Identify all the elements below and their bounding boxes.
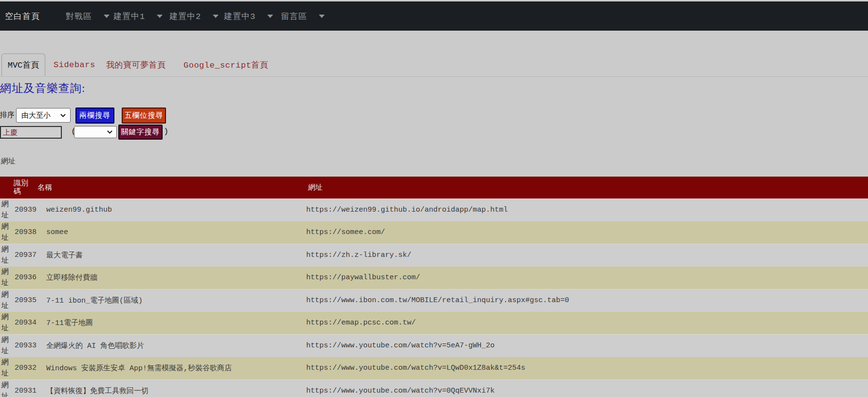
- nav-item-label: 留言區: [281, 11, 307, 22]
- row-url: https://weizen99.github.io/androidapp/ma…: [306, 199, 868, 221]
- table-row: 網址 20932 Windows 安裝原生安卓 App!無需模擬器,秒裝谷歌商店…: [0, 357, 868, 380]
- row-url-link[interactable]: 網址: [1, 312, 10, 334]
- row-id: 20933: [13, 335, 44, 357]
- row-url: https://zh.z-library.sk/: [306, 244, 868, 267]
- two-column-search-button[interactable]: 兩欄搜尋: [75, 108, 114, 124]
- nav-item-message-board[interactable]: 留言區: [281, 1, 325, 31]
- nav-item-label: 建置中3: [224, 11, 256, 22]
- row-link-cell: 網址: [0, 357, 13, 380]
- row-url-link[interactable]: 網址: [1, 335, 10, 357]
- row-url: https://www.youtube.com/watch?v=0QqEVVNx…: [306, 380, 868, 397]
- row-link-cell: 網址: [0, 244, 13, 267]
- tab-mvc-home[interactable]: MVC首頁: [1, 54, 45, 76]
- header-url: 網址: [306, 177, 868, 198]
- row-url-link[interactable]: 網址: [1, 289, 10, 312]
- row-id: 20939: [13, 199, 44, 221]
- chevron-down-icon: [213, 15, 219, 18]
- chevron-down-icon: [157, 15, 163, 18]
- row-name: 【資料恢復】免費工具救回一切: [44, 380, 306, 397]
- header-spacer: [0, 177, 13, 198]
- row-url-link[interactable]: 網址: [1, 199, 10, 221]
- table-header-row: 識別碼 名稱 網址: [0, 177, 868, 198]
- chevron-down-icon: [104, 15, 110, 18]
- table-row: 網址 20933 全網爆火的 AI 角色唱歌影片 https://www.you…: [0, 334, 868, 357]
- row-id: 20935: [13, 289, 44, 312]
- tab-pokemon-home[interactable]: 我的寶可夢首頁: [106, 54, 166, 76]
- nav-item-build1[interactable]: 建置中1: [113, 1, 163, 31]
- table-row: 網址 20937 最大電子書 https://zh.z-library.sk/: [0, 244, 868, 267]
- nav-item-build3[interactable]: 建置中3: [224, 1, 273, 31]
- keyword-input[interactable]: [0, 126, 62, 139]
- header-id: 識別碼: [13, 177, 37, 198]
- row-link-cell: 網址: [0, 221, 13, 244]
- row-url: https://www.ibon.com.tw/MOBILE/retail_in…: [306, 289, 868, 312]
- table-row: 網址 20938 somee https://somee.com/: [0, 221, 868, 244]
- row-url-link[interactable]: 網址: [1, 221, 10, 244]
- row-name: 全網爆火的 AI 角色唱歌影片: [44, 335, 306, 357]
- row-name: somee: [44, 221, 306, 244]
- table-row: 網址 20935 7-11 ibon_電子地圖(區域) https://www.…: [0, 289, 868, 312]
- row-link-cell: 網址: [0, 380, 13, 397]
- row-link-cell: 網址: [0, 267, 13, 289]
- header-name: 名稱: [37, 177, 306, 198]
- keyword-search-button[interactable]: 關鍵字搜尋: [118, 125, 163, 140]
- sort-select[interactable]: 由大至小: [16, 108, 71, 123]
- row-url-link[interactable]: 網址: [1, 357, 10, 379]
- row-name: weizen99.github: [44, 199, 306, 221]
- nav-item-build2[interactable]: 建置中2: [169, 1, 219, 31]
- row-name: 最大電子書: [44, 244, 306, 267]
- table-row: 網址 20931 【資料恢復】免費工具救回一切 https://www.yout…: [0, 379, 868, 397]
- top-navbar: 空白首頁 對戰區 建置中1 建置中2 建置中3 留言區: [0, 1, 868, 31]
- five-field-search-button[interactable]: 五欄位搜尋: [122, 108, 166, 124]
- table-section-label: 網址: [1, 157, 16, 166]
- page-title: 網址及音樂查詢:: [0, 81, 85, 96]
- row-name: 7-11 ibon_電子地圖(區域): [44, 289, 306, 312]
- url-table: 識別碼 名稱 網址 網址 20939 weizen99.github https…: [0, 177, 868, 397]
- row-link-cell: 網址: [0, 289, 13, 312]
- sort-select-value: 由大至小: [21, 111, 51, 120]
- row-id: 20936: [13, 267, 44, 289]
- category-select[interactable]: [74, 126, 117, 138]
- row-url-link[interactable]: 網址: [1, 244, 10, 267]
- row-id: 20937: [13, 244, 44, 267]
- table-row: 網址 20934 7-11電子地圖 https://emap.pcsc.com.…: [0, 312, 868, 335]
- row-name: 7-11電子地圖: [44, 312, 306, 335]
- row-url-link[interactable]: 網址: [1, 380, 10, 397]
- row-name: 立即移除付費牆: [44, 267, 306, 289]
- chevron-down-icon: [267, 15, 273, 18]
- nav-brand-home[interactable]: 空白首頁: [5, 1, 40, 31]
- table-row: 網址 20936 立即移除付費牆 https://paywallbuster.c…: [0, 267, 868, 289]
- tab-strip: MVC首頁 Sidebars 我的寶可夢首頁 Google_script首頁: [0, 54, 868, 77]
- row-link-cell: 網址: [0, 335, 13, 357]
- nav-item-label: 對戰區: [66, 11, 92, 22]
- row-id: 20932: [13, 357, 44, 380]
- tab-sidebars[interactable]: Sidebars: [54, 54, 95, 76]
- nav-item-label: 建置中2: [169, 11, 201, 22]
- row-name: Windows 安裝原生安卓 App!無需模擬器,秒裝谷歌商店: [44, 357, 306, 380]
- row-url: https://somee.com/: [306, 221, 868, 244]
- chevron-down-icon: [107, 129, 113, 135]
- row-url: https://www.youtube.com/watch?v=LQwD0x1Z…: [306, 357, 868, 380]
- row-link-cell: 網址: [0, 199, 13, 221]
- row-id: 20938: [13, 221, 44, 244]
- nav-item-label: 建置中1: [113, 11, 145, 22]
- chevron-down-icon: [60, 112, 66, 119]
- row-link-cell: 網址: [0, 312, 13, 335]
- table-row: 網址 20939 weizen99.github https://weizen9…: [0, 198, 868, 221]
- paren-close: ): [164, 127, 168, 136]
- row-url: https://paywallbuster.com/: [306, 267, 868, 289]
- page: 空白首頁 對戰區 建置中1 建置中2 建置中3 留言區 MVC首頁 Sideba…: [0, 0, 868, 397]
- tab-google-script-home[interactable]: Google_script首頁: [184, 54, 268, 76]
- nav-item-battle[interactable]: 對戰區: [66, 1, 110, 31]
- row-url: https://www.youtube.com/watch?v=5eA7-gWH…: [306, 335, 868, 357]
- row-url-link[interactable]: 網址: [1, 267, 10, 289]
- row-id: 20931: [13, 380, 44, 397]
- chevron-down-icon: [319, 15, 325, 18]
- table-body: 網址 20939 weizen99.github https://weizen9…: [0, 198, 868, 397]
- row-url: https://emap.pcsc.com.tw/: [306, 312, 868, 335]
- row-id: 20934: [13, 312, 44, 335]
